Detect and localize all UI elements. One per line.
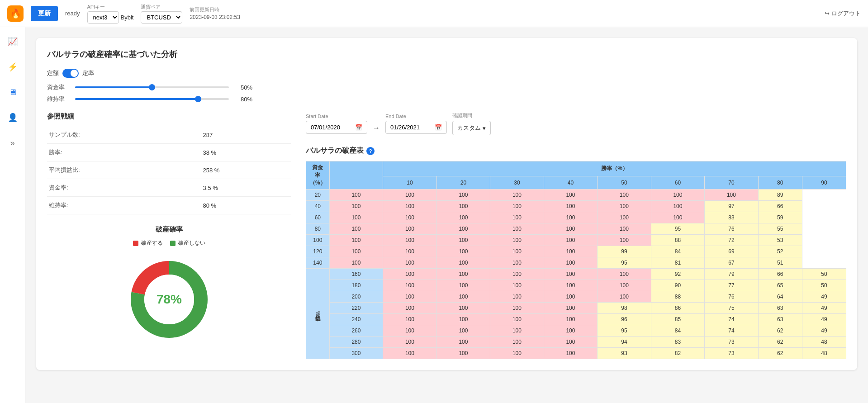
table-row: 14010010010010010095816751 [306, 257, 846, 269]
value-cell: 100 [598, 201, 651, 212]
table-row: 12010010010010010099846952 [306, 246, 846, 257]
table-row: 2601001001001009584746249 [306, 325, 846, 337]
stats-row-value: 287 [201, 126, 291, 144]
value-cell: 100 [383, 303, 437, 314]
sidebar-item-user[interactable]: 👤 [5, 110, 20, 125]
page-title: バルサラの破産確率に基づいた分析 [47, 49, 846, 60]
arrow-separator: → [373, 124, 380, 132]
value-cell: 77 [705, 280, 759, 291]
start-date-input[interactable] [311, 124, 351, 131]
value-cell: 82 [651, 348, 705, 359]
sidebar: 📈 ⚡ 🖥 👤 » [0, 27, 25, 403]
value-cell: 100 [436, 337, 490, 348]
value-cell: 100 [436, 257, 490, 269]
calendar-icon-start[interactable]: 📅 [355, 124, 362, 131]
currency-pair-select[interactable]: BTCUSD [141, 11, 182, 24]
slider-maintenance-track[interactable] [75, 98, 229, 100]
start-date-input-wrap[interactable]: 📅 [306, 121, 367, 134]
slider-capital-value: 50% [234, 84, 252, 91]
bankruptcy-title-text: バルサラの破産表 [306, 146, 364, 156]
slider-capital-track[interactable] [75, 86, 229, 88]
value-cell: 97 [705, 201, 759, 212]
legend-bankrupt-dot [133, 241, 138, 246]
value-cell: 66 [758, 201, 802, 212]
api-key-group: APIキー next3 Bybit [87, 4, 134, 24]
calendar-icon-end[interactable]: 📅 [435, 124, 442, 131]
sidebar-item-chart[interactable]: 📈 [5, 34, 20, 49]
value-cell: 100 [383, 325, 437, 337]
value-cell: 100 [490, 190, 544, 201]
legend-survive-dot [170, 241, 175, 246]
slider-maintenance-thumb[interactable] [195, 96, 201, 102]
table-row: 3001001001001009382736248 [306, 348, 846, 359]
value-cell: 100 [544, 223, 598, 235]
value-cell: 100 [329, 190, 383, 201]
value-cell: 100 [436, 190, 490, 201]
period-select[interactable]: カスタム ▾ [452, 121, 491, 135]
value-cell: 100 [544, 190, 598, 201]
controls-row: 定額 定率 [47, 69, 846, 78]
win-rate-col-header: 60 [651, 176, 705, 189]
stats-row-label: 勝率: [47, 144, 201, 161]
win-rate-col-header: 10 [383, 176, 437, 189]
info-icon[interactable]: ? [366, 147, 375, 155]
toggle-switch[interactable] [62, 69, 79, 78]
update-button[interactable]: 更新 [31, 6, 58, 21]
value-cell: 62 [758, 348, 802, 359]
value-cell: 49 [802, 314, 846, 325]
stats-row-value: 38 % [201, 144, 291, 161]
slider-capital-label: 資金率 [47, 83, 70, 91]
win-rate-col-header: 70 [705, 176, 759, 189]
profit-ratio-cell: 240 [329, 314, 383, 325]
donut-center-value: 78% [157, 292, 182, 307]
value-cell: 100 [383, 257, 437, 269]
value-cell: 95 [598, 325, 651, 337]
profit-ratio-cell: 180 [329, 280, 383, 291]
value-cell: 50 [802, 280, 846, 291]
col-header-axis [329, 161, 383, 190]
value-cell: 49 [802, 291, 846, 303]
value-cell: 100 [544, 303, 598, 314]
table-row: 401001001001001001001009766 [306, 201, 846, 212]
toggle-thumb [71, 70, 78, 77]
main-card: バルサラの破産確率に基づいた分析 定額 定率 資金率 50% [36, 38, 857, 370]
end-date-input[interactable] [390, 124, 431, 131]
date-controls: Start Date 📅 → End Date 📅 [306, 112, 846, 135]
period-label: 確認期間 [452, 112, 491, 119]
value-cell: 62 [758, 337, 802, 348]
toggle-group: 定額 定率 [47, 69, 94, 78]
value-cell: 100 [598, 190, 651, 201]
profit-ratio-cell: 200 [329, 291, 383, 303]
value-cell: 100 [436, 303, 490, 314]
value-cell: 86 [651, 303, 705, 314]
slider-maintenance-fill [75, 98, 198, 100]
value-cell: 100 [436, 235, 490, 246]
value-cell: 100 [598, 291, 651, 303]
sidebar-item-expand[interactable]: » [5, 136, 20, 150]
start-date-group: Start Date 📅 [306, 114, 367, 134]
value-cell: 100 [544, 280, 598, 291]
win-rate-col-header: 40 [544, 176, 598, 189]
api-key-select[interactable]: next3 [87, 11, 119, 24]
stats-row: 資金率: 3.5 % [47, 179, 291, 197]
slider-capital-thumb[interactable] [149, 84, 155, 90]
value-cell: 69 [705, 246, 759, 257]
value-cell: 93 [598, 348, 651, 359]
table-row: 80100100100100100100957655 [306, 223, 846, 235]
value-cell: 88 [651, 291, 705, 303]
value-cell: 100 [436, 348, 490, 359]
value-cell: 48 [802, 348, 846, 359]
value-cell: 95 [598, 257, 651, 269]
currency-pair-group: 通貨ペア BTCUSD [141, 4, 182, 24]
value-cell: 100 [436, 269, 490, 280]
sidebar-item-monitor[interactable]: 🖥 [5, 85, 20, 100]
value-cell: 100 [598, 280, 651, 291]
value-cell: 100 [544, 235, 598, 246]
legend-survive: 破産しない [170, 239, 205, 247]
value-cell: 63 [758, 314, 802, 325]
sidebar-item-users[interactable]: ⚡ [5, 60, 20, 74]
end-date-input-wrap[interactable]: 📅 [385, 121, 447, 134]
value-cell: 100 [544, 348, 598, 359]
logout-button[interactable]: ↪ ログアウト [825, 9, 861, 18]
main-content: バルサラの破産確率に基づいた分析 定額 定率 資金率 50% [25, 27, 868, 403]
